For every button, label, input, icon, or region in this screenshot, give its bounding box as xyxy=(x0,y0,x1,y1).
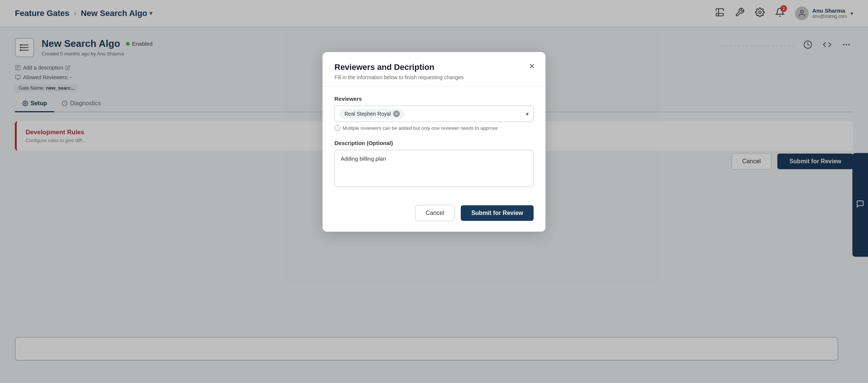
modal-submit-button[interactable]: Submit for Review xyxy=(461,205,534,221)
modal-title: Reviewers and Decription xyxy=(334,62,534,72)
reviewer-tag: Real Stephen Royal ✕ xyxy=(339,109,404,119)
reviewer-remove-button[interactable]: ✕ xyxy=(393,110,400,117)
reviewer-name: Real Stephen Royal xyxy=(344,111,391,117)
dropdown-chevron: ▾ xyxy=(526,110,529,118)
reviewers-label: Reviewers xyxy=(334,96,534,102)
description-textarea[interactable]: Adding billing plan xyxy=(334,150,534,187)
reviewers-modal: Reviewers and Decription Fill in the inf… xyxy=(323,52,545,232)
modal-close-button[interactable]: ✕ xyxy=(527,60,537,72)
reviewer-select-dropdown[interactable]: Real Stephen Royal ✕ ▾ xyxy=(334,106,534,122)
info-icon: i xyxy=(334,125,340,131)
modal-header: Reviewers and Decription Fill in the inf… xyxy=(323,52,545,87)
modal-overlay: Reviewers and Decription Fill in the inf… xyxy=(0,0,868,383)
description-label: Description (Optional) xyxy=(334,140,534,146)
modal-footer: Cancel Submit for Review xyxy=(323,197,545,232)
modal-body: Reviewers Real Stephen Royal ✕ ▾ i Multi… xyxy=(323,87,545,197)
modal-cancel-button[interactable]: Cancel xyxy=(415,205,455,221)
reviewer-hint: i Multiple reviewers can be added but on… xyxy=(334,125,534,131)
modal-subtitle: Fill in the information below to finish … xyxy=(334,74,534,80)
